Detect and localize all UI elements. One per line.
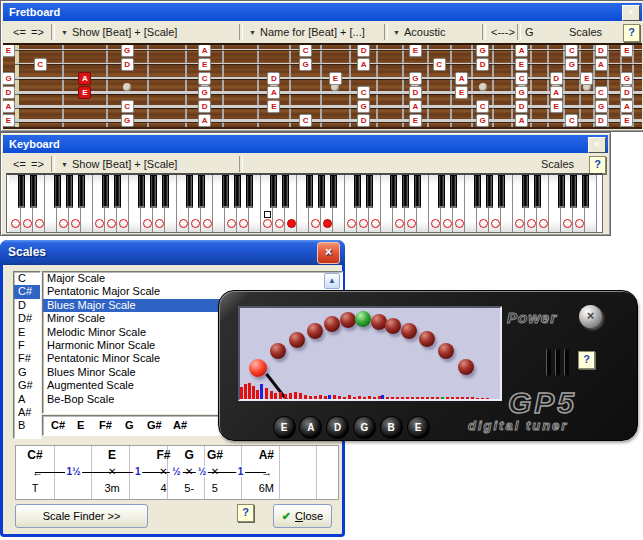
fret-note-marker[interactable]: G <box>299 58 312 71</box>
root-item-b[interactable]: B <box>14 419 40 432</box>
root-item-a[interactable]: A <box>14 393 40 406</box>
fret-note-marker[interactable]: G <box>595 100 608 113</box>
guitar-string[interactable] <box>15 49 642 50</box>
piano-key-black[interactable] <box>78 175 85 208</box>
fret-note-marker[interactable]: E <box>515 58 528 71</box>
scrollbar-up-icon[interactable]: ▲ <box>324 273 340 289</box>
fret-note-marker[interactable]: D <box>267 72 280 85</box>
fret-note-marker[interactable]: E <box>580 72 593 85</box>
fretboard-name-dropdown[interactable]: ▼Name for [Beat] + [...] <box>249 22 365 42</box>
guitar-string[interactable] <box>15 91 642 94</box>
fretboard-neck[interactable]: EGACDEGACDECDEGACDEGAGACDEGACDEGDEGACDEG… <box>3 43 642 129</box>
piano-key-black[interactable] <box>186 175 193 208</box>
fret-note-marker[interactable]: D <box>198 100 211 113</box>
piano-key-black[interactable] <box>558 175 565 208</box>
fret-note-marker[interactable]: D <box>476 58 489 71</box>
scale-finder-button[interactable]: Scale Finder >> <box>15 504 148 528</box>
fret-note-marker[interactable]: D <box>595 114 608 127</box>
fret-note-marker[interactable]: E <box>329 72 342 85</box>
piano-key-black[interactable] <box>366 175 373 208</box>
fretboard-forward-button[interactable]: => <box>31 22 44 42</box>
keyboard-titlebar[interactable]: Keyboard × <box>3 135 608 153</box>
root-note-list[interactable]: CC#DD#EFF#GG#AA#B <box>13 271 41 439</box>
keyboard-scales-button[interactable]: Scales <box>541 154 574 174</box>
piano-key-black[interactable] <box>486 175 493 208</box>
fretboard-close-icon[interactable]: × <box>622 5 640 21</box>
fret-note-marker[interactable]: A <box>198 114 211 127</box>
fret-note-marker[interactable]: A <box>409 100 422 113</box>
close-button[interactable]: ✔Close <box>273 504 332 528</box>
keyboard-back-button[interactable]: <= <box>13 154 26 174</box>
fretboard-back-button[interactable]: <= <box>13 22 26 42</box>
help-icon[interactable]: ? <box>623 24 640 42</box>
fret-note-marker[interactable]: C <box>515 72 528 85</box>
fret-note-marker[interactable]: G <box>198 86 211 99</box>
root-item-ds[interactable]: D# <box>14 312 40 325</box>
root-item-d[interactable]: D <box>14 299 40 312</box>
fret-note-marker-active[interactable]: A <box>78 72 91 85</box>
help-icon[interactable]: ? <box>237 504 254 522</box>
piano-key-black[interactable] <box>234 175 241 208</box>
fret-note-marker[interactable]: G <box>620 72 633 85</box>
fret-note-marker[interactable]: G <box>357 100 370 113</box>
root-item-cs[interactable]: C# <box>14 285 40 298</box>
piano-key-black[interactable] <box>282 175 289 208</box>
piano-key-black[interactable] <box>114 175 121 208</box>
fret-note-marker[interactable]: E <box>550 100 563 113</box>
fret-note-marker[interactable]: C <box>198 72 211 85</box>
piano-key-black[interactable] <box>534 175 541 208</box>
root-item-c[interactable]: C <box>14 272 40 285</box>
piano-key-black[interactable] <box>138 175 145 208</box>
fret-note-marker[interactable]: G <box>409 72 422 85</box>
fret-note-marker[interactable]: A <box>267 86 280 99</box>
power-button[interactable]: × <box>579 305 602 328</box>
fret-note-marker[interactable]: D <box>121 58 134 71</box>
fret-note-marker[interactable]: D <box>357 114 370 127</box>
fret-note-marker[interactable]: G <box>476 114 489 127</box>
tuner-string-button-d2[interactable]: D <box>327 417 348 438</box>
fret-note-marker[interactable]: C <box>299 114 312 127</box>
fret-note-marker-active[interactable]: E <box>78 86 91 99</box>
piano-key-black[interactable] <box>150 175 157 208</box>
fret-note-marker[interactable]: E <box>620 114 633 127</box>
piano-key-black[interactable] <box>162 175 169 208</box>
piano-key-black[interactable] <box>102 175 109 208</box>
keyboard-show-dropdown[interactable]: ▼Show [Beat] + [Scale] <box>61 154 177 174</box>
fret-note-marker[interactable]: G <box>565 58 578 71</box>
fret-note-marker[interactable]: C <box>433 58 446 71</box>
fret-note-marker[interactable]: A <box>455 72 468 85</box>
piano-key-black[interactable] <box>450 175 457 208</box>
fretboard-titlebar[interactable]: Fretboard × <box>3 3 642 21</box>
fret-note-marker[interactable]: D <box>550 72 563 85</box>
piano-key-black[interactable] <box>246 175 253 208</box>
fret-note-marker[interactable]: A <box>198 44 211 57</box>
root-item-as[interactable]: A# <box>14 406 40 419</box>
piano-keyboard[interactable] <box>6 173 603 233</box>
tuner-string-button-e0[interactable]: E <box>274 417 295 438</box>
fret-note-marker[interactable]: E <box>3 114 15 127</box>
help-icon[interactable]: ? <box>578 351 595 369</box>
fret-note-marker[interactable]: C <box>357 86 370 99</box>
tuner-window[interactable]: Power × ? GP5 digital tuner EADGBE <box>218 290 638 441</box>
guitar-string[interactable] <box>15 63 642 64</box>
fret-note-marker[interactable]: G <box>3 72 15 85</box>
fret-note-marker[interactable]: E <box>455 86 468 99</box>
help-icon[interactable]: ? <box>589 156 606 174</box>
piano-key-black[interactable] <box>330 175 337 208</box>
fretboard-scales-button[interactable]: Scales <box>569 22 602 42</box>
fret-note-marker[interactable]: D <box>357 44 370 57</box>
scales-titlebar[interactable]: Scales × <box>0 240 345 265</box>
piano-key-black[interactable] <box>498 175 505 208</box>
fret-note-marker[interactable]: G <box>121 44 134 57</box>
fret-note-marker[interactable]: A <box>357 58 370 71</box>
piano-key-black[interactable] <box>438 175 445 208</box>
fret-note-marker[interactable]: C <box>565 114 578 127</box>
piano-key-black[interactable] <box>414 175 421 208</box>
tuner-string-button-a1[interactable]: A <box>300 417 321 438</box>
fret-note-marker[interactable]: D <box>595 44 608 57</box>
guitar-string[interactable] <box>15 119 642 122</box>
tuner-string-button-e5[interactable]: E <box>408 417 429 438</box>
keyboard-close-icon[interactable]: × <box>588 137 606 153</box>
fret-note-marker[interactable]: D <box>515 100 528 113</box>
fret-note-marker[interactable]: A <box>3 100 15 113</box>
